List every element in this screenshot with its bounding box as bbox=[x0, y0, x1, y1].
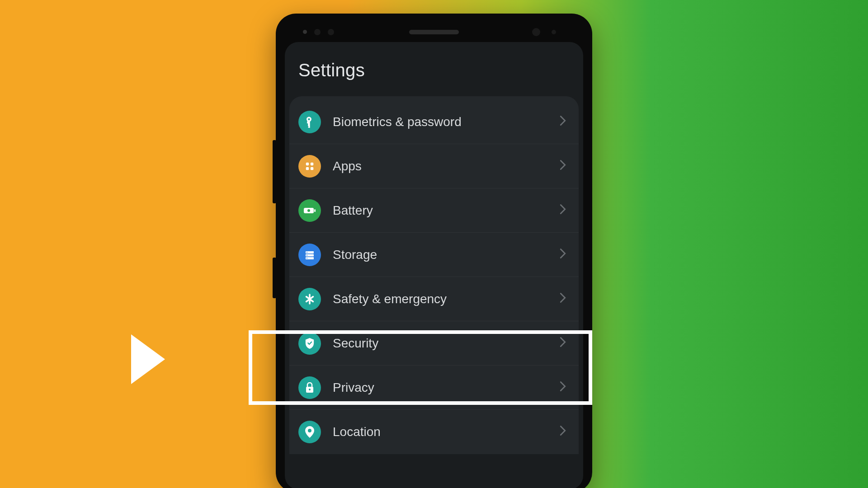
item-label: Safety & emergency bbox=[333, 292, 560, 306]
key-icon bbox=[298, 111, 321, 133]
chevron-right-icon bbox=[560, 249, 566, 261]
settings-item-storage[interactable]: Storage bbox=[289, 233, 579, 277]
item-label: Battery bbox=[333, 203, 560, 218]
chevron-right-icon bbox=[560, 160, 566, 173]
item-label: Biometrics & password bbox=[333, 115, 560, 129]
svg-point-10 bbox=[307, 252, 307, 253]
svg-point-12 bbox=[307, 258, 307, 258]
volume-button bbox=[273, 140, 276, 203]
asterisk-icon bbox=[298, 288, 321, 310]
phone-device-frame: Settings Biometrics & password Apps bbox=[276, 14, 592, 488]
chevron-right-icon bbox=[560, 293, 566, 305]
settings-item-battery[interactable]: Battery bbox=[289, 188, 579, 233]
item-label: Storage bbox=[333, 248, 560, 262]
chevron-right-icon bbox=[560, 116, 566, 128]
svg-rect-2 bbox=[306, 167, 309, 169]
svg-point-11 bbox=[307, 255, 307, 256]
pin-icon bbox=[298, 421, 321, 443]
svg-point-15 bbox=[308, 429, 311, 432]
svg-point-6 bbox=[307, 209, 310, 212]
grid-icon bbox=[298, 155, 321, 178]
settings-header: Settings bbox=[285, 42, 583, 96]
chevron-right-icon bbox=[560, 426, 566, 438]
svg-rect-3 bbox=[311, 167, 313, 169]
phone-screen: Settings Biometrics & password Apps bbox=[285, 42, 583, 488]
highlight-annotation bbox=[249, 330, 592, 405]
item-label: Location bbox=[333, 425, 560, 439]
phone-notch bbox=[285, 22, 583, 42]
item-label: Apps bbox=[333, 159, 560, 174]
battery-icon bbox=[298, 199, 321, 222]
power-button bbox=[273, 258, 276, 298]
settings-item-apps[interactable]: Apps bbox=[289, 144, 579, 188]
settings-item-safety[interactable]: Safety & emergency bbox=[289, 277, 579, 321]
svg-rect-5 bbox=[314, 209, 316, 212]
settings-item-biometrics[interactable]: Biometrics & password bbox=[289, 100, 579, 144]
page-title: Settings bbox=[298, 60, 570, 80]
settings-item-location[interactable]: Location bbox=[289, 410, 579, 454]
svg-rect-0 bbox=[306, 162, 309, 165]
chevron-right-icon bbox=[560, 204, 566, 217]
play-arrow-icon bbox=[131, 334, 165, 384]
storage-icon bbox=[298, 244, 321, 266]
svg-rect-1 bbox=[311, 162, 313, 165]
